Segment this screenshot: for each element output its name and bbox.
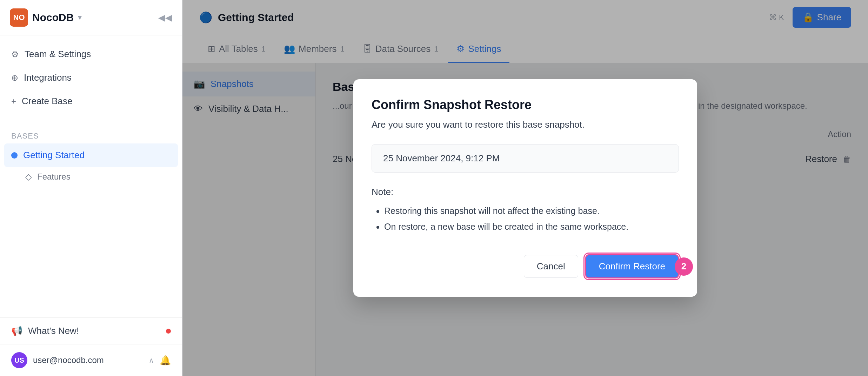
sidebar-footer: 📢 What's New! US user@nocodb.com ∧ 🔔 — [0, 317, 182, 376]
modal-snapshot-date: 25 November 2024, 9:12 PM — [372, 144, 679, 173]
sidebar-base-getting-started[interactable]: Getting Started — [4, 143, 178, 167]
sidebar-item-create-base[interactable]: + Create Base — [0, 89, 182, 113]
avatar: US — [11, 352, 27, 368]
plus-icon: + — [11, 96, 16, 106]
modal-note-label: Note: — [372, 187, 679, 197]
modal-footer: Cancel Confirm Restore 2 — [372, 254, 679, 278]
gear-icon: ⚙ — [11, 49, 19, 59]
sidebar-base-getting-started-label: Getting Started — [23, 150, 85, 161]
sidebar-divider — [0, 123, 182, 123]
bases-section-label: Bases — [0, 126, 182, 143]
sidebar: NO NocoDB ▾ ◀◀ ⚙ Team & Settings ⊕ Integ… — [0, 0, 182, 376]
modal-title: Confirm Snapshot Restore — [372, 98, 679, 112]
modal-note-list: Restoring this snapshot will not affect … — [372, 203, 679, 235]
modal-note-item-2: On restore, a new base will be created i… — [384, 219, 679, 235]
integrations-icon: ⊕ — [11, 73, 18, 83]
whats-new-item[interactable]: 📢 What's New! — [0, 318, 182, 344]
modal-subtitle: Are you sure you want to restore this ba… — [372, 119, 679, 130]
logo-area: NO NocoDB ▾ — [10, 8, 82, 27]
main-content: 🔵 Getting Started ⌘ K 🔒 Share ⊞ All Tabl… — [182, 0, 868, 376]
user-caret-icon: ∧ — [149, 356, 154, 364]
user-area[interactable]: US user@nocodb.com ∧ 🔔 — [0, 344, 182, 376]
sidebar-item-integrations[interactable]: ⊕ Integrations — [0, 66, 182, 89]
sidebar-header: NO NocoDB ▾ ◀◀ — [0, 0, 182, 35]
megaphone-icon: 📢 — [11, 325, 22, 336]
app-logo: NO — [10, 8, 28, 27]
sidebar-item-integrations-label: Integrations — [24, 72, 72, 83]
sidebar-collapse-button[interactable]: ◀◀ — [158, 12, 172, 23]
app-name: NocoDB — [32, 12, 74, 24]
cancel-button[interactable]: Cancel — [524, 255, 578, 278]
active-base-dot — [11, 152, 18, 159]
confirm-restore-modal: Confirm Snapshot Restore Are you sure yo… — [353, 79, 697, 297]
modal-overlay: Confirm Snapshot Restore Are you sure yo… — [182, 0, 868, 376]
sidebar-base-features-label: Features — [37, 172, 71, 182]
step-2-badge: 2 — [675, 257, 693, 276]
features-icon: ◇ — [25, 172, 32, 182]
sidebar-item-team-settings-label: Team & Settings — [25, 49, 91, 60]
whats-new-label: What's New! — [28, 325, 79, 336]
confirm-restore-button[interactable]: Confirm Restore — [585, 254, 679, 278]
sidebar-item-team-settings[interactable]: ⚙ Team & Settings — [0, 42, 182, 66]
app-dropdown-icon[interactable]: ▾ — [78, 13, 82, 22]
notification-badge — [166, 329, 171, 334]
sidebar-base-features[interactable]: ◇ Features — [0, 167, 182, 187]
sidebar-item-create-base-label: Create Base — [22, 96, 73, 107]
bell-icon[interactable]: 🔔 — [160, 355, 171, 366]
modal-note-item-1: Restoring this snapshot will not affect … — [384, 203, 679, 219]
confirm-btn-wrapper: Confirm Restore 2 — [585, 254, 679, 278]
sidebar-nav: ⚙ Team & Settings ⊕ Integrations + Creat… — [0, 35, 182, 120]
user-email: user@nocodb.com — [33, 355, 143, 365]
